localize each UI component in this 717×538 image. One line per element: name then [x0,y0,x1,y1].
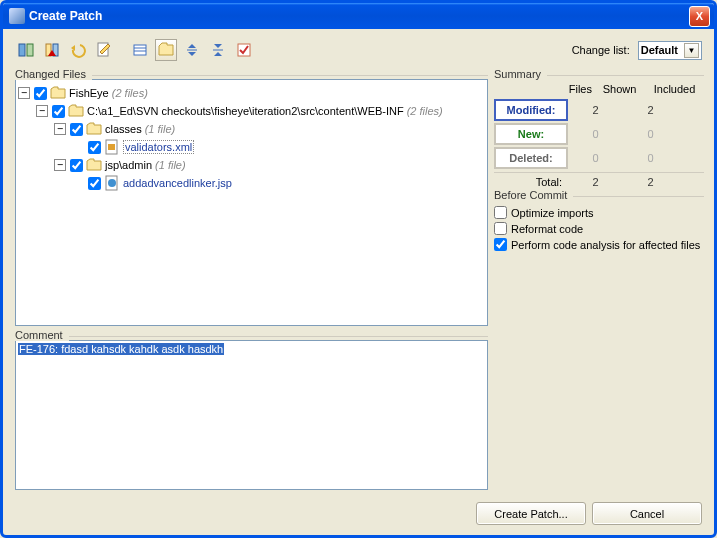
window-title: Create Patch [29,9,689,23]
new-included: 0 [623,128,678,140]
tree-checkbox[interactable] [70,159,83,172]
tree-file-name[interactable]: addadvancedlinker.jsp [123,177,232,189]
compare-button[interactable] [15,39,37,61]
undo-button[interactable] [67,39,89,61]
cancel-button[interactable]: Cancel [592,502,702,525]
summary-shown-col: Shown [592,83,647,95]
collapse-icon[interactable]: − [54,123,66,135]
code-analysis-label: Perform code analysis for affected files [511,239,700,251]
optimize-imports-checkbox[interactable] [494,206,507,219]
svg-rect-1 [27,44,33,56]
expand-all-button[interactable] [181,39,203,61]
xml-file-icon [104,139,120,155]
modified-included: 2 [623,104,678,116]
chevron-down-icon: ▼ [684,43,699,58]
tree-label: FishEye [69,87,109,99]
tree-count: (1 file) [145,123,176,135]
total-label: Total: [494,176,568,188]
tree-count: (2 files) [407,105,443,117]
tree-file[interactable]: addadvancedlinker.jsp [18,174,485,192]
tree-folder[interactable]: − C:\a1_Ed\SVN checkouts\fisheye\iterati… [18,102,485,120]
diff-options-button[interactable] [41,39,63,61]
new-label: New: [494,123,568,145]
collapse-icon[interactable]: − [54,159,66,171]
edit-button[interactable] [93,39,115,61]
validate-button[interactable] [233,39,255,61]
tree-count: (2 files) [112,87,148,99]
before-commit-label: Before Commit [494,189,573,201]
app-icon [9,8,25,24]
tree-file-name[interactable]: validators.xml [123,140,194,154]
tree-checkbox[interactable] [70,123,83,136]
jsp-file-icon [104,175,120,191]
tree-checkbox[interactable] [88,141,101,154]
svg-rect-12 [108,144,115,150]
summary-row-total: Total: 2 2 [494,172,704,188]
tree-checkbox[interactable] [34,87,47,100]
tree-checkbox[interactable] [52,105,65,118]
summary-row-deleted: Deleted: 0 0 [494,147,704,169]
collapse-all-button[interactable] [207,39,229,61]
tree-label: classes [105,123,142,135]
collapse-icon[interactable]: − [36,105,48,117]
change-list-label: Change list: [572,44,630,56]
comment-text: FE-176: fdasd kahsdk kahdk asdk hasdkh [18,343,224,355]
tree-file[interactable]: validators.xml [18,138,485,156]
deleted-label: Deleted: [494,147,568,169]
deleted-shown: 0 [568,152,623,164]
modified-shown: 2 [568,104,623,116]
collapse-icon[interactable]: − [18,87,30,99]
folder-icon [68,103,84,119]
comment-textarea[interactable]: FE-176: fdasd kahsdk kahdk asdk hasdkh [15,340,488,490]
reformat-code-label: Reformat code [511,223,583,235]
folder-icon [86,121,102,137]
changed-files-tree[interactable]: − FishEye (2 files) − C:\a1_Ed\SVN check… [15,79,488,326]
modified-label: Modified: [494,99,568,121]
tree-label: jsp\admin [105,159,152,171]
summary-row-modified: Modified: 2 2 [494,99,704,121]
tree-view-button[interactable] [155,39,177,61]
summary-files-col: Files [496,83,592,95]
tree-label: C:\a1_Ed\SVN checkouts\fisheye\iteration… [87,105,404,117]
changed-files-label: Changed Files [15,68,92,80]
folder-icon [50,85,66,101]
new-shown: 0 [568,128,623,140]
svg-rect-5 [134,45,146,55]
change-list-select[interactable]: Default ▼ [638,41,702,60]
tree-checkbox[interactable] [88,177,101,190]
tree-folder[interactable]: − classes (1 file) [18,120,485,138]
tree-folder[interactable]: − jsp\admin (1 file) [18,156,485,174]
total-shown: 2 [568,176,623,188]
tree-folder[interactable]: − FishEye (2 files) [18,84,485,102]
comment-label: Comment [15,329,69,341]
close-button[interactable]: X [689,6,710,27]
optimize-imports-label: Optimize imports [511,207,594,219]
folder-icon [86,157,102,173]
deleted-included: 0 [623,152,678,164]
change-list-value: Default [641,44,678,56]
create-patch-button[interactable]: Create Patch... [476,502,586,525]
svg-rect-0 [19,44,25,56]
reformat-code-checkbox[interactable] [494,222,507,235]
code-analysis-checkbox[interactable] [494,238,507,251]
summary-label: Summary [494,68,547,80]
summary-row-new: New: 0 0 [494,123,704,145]
summary-included-col: Included [647,83,702,95]
tree-count: (1 file) [155,159,186,171]
total-included: 2 [623,176,678,188]
svg-point-14 [108,179,116,187]
list-view-button[interactable] [129,39,151,61]
